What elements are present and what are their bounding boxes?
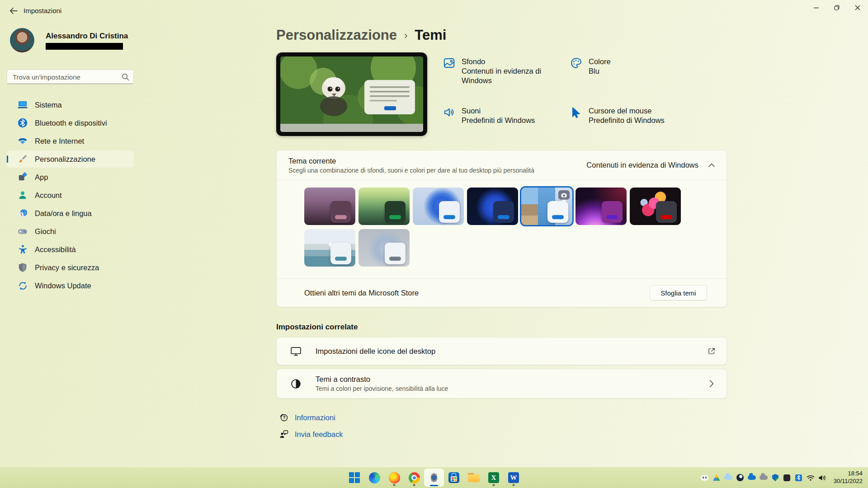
sidebar-item-privacy[interactable]: Privacy e sicurezza [7, 259, 134, 276]
sidebar-item-data-ora[interactable]: Data/ora e lingua [7, 205, 134, 222]
feedback-link[interactable]: Invia feedback [276, 430, 727, 439]
edge-icon [369, 472, 380, 483]
chevron-up-icon [708, 163, 715, 167]
current-theme-expander[interactable]: Tema corrente Scegli una combinazione di… [277, 150, 726, 180]
tray-time: 18:54 [834, 470, 863, 478]
chrome-icon [409, 472, 420, 483]
browse-themes-button[interactable]: Sfoglia temi [650, 285, 707, 300]
minimize-button[interactable] [806, 0, 826, 15]
desktop-icon [290, 345, 302, 357]
breadcrumb-parent[interactable]: Personalizzazione [276, 27, 397, 43]
sidebar-item-personalizzazione[interactable]: Personalizzazione [7, 150, 134, 168]
contrast-icon [290, 378, 302, 390]
account-icon [17, 189, 28, 201]
network-icon [17, 135, 28, 147]
theme-tiles [277, 180, 726, 279]
steam-icon[interactable] [736, 474, 744, 482]
theme-tile-sunset-lake[interactable] [304, 188, 355, 225]
close-button[interactable] [847, 0, 868, 15]
theme-tile-bloom-gray[interactable] [359, 229, 410, 267]
accessibility-icon [17, 244, 28, 255]
quick-info-cursor: Cursore del mousePredefinito di Windows [570, 106, 697, 136]
windows-logo-icon [349, 472, 360, 483]
onedrive-icon[interactable] [748, 474, 756, 482]
theme-tile-calm-lake[interactable] [304, 229, 355, 267]
wifi-icon[interactable] [807, 474, 815, 482]
taskbar-microsoft-store[interactable] [444, 469, 464, 487]
mouse-cursor-icon [570, 106, 582, 118]
current-theme-value: Contenuti in evidenza di Windows [586, 161, 698, 169]
taskbar-file-explorer[interactable] [464, 469, 484, 487]
theme-tile-purple-glow[interactable] [576, 188, 627, 225]
quick-info-color: ColoreBlu [570, 57, 697, 97]
wallpaper-preview [280, 56, 423, 132]
personalization-icon [17, 153, 28, 165]
system-icon [17, 99, 28, 111]
sidebar-nav: Sistema Bluetooth e dispositivi Rete e I… [7, 96, 134, 295]
cloud-icon[interactable] [724, 474, 732, 482]
theme-tile-spotlight-selected[interactable] [521, 188, 572, 225]
breadcrumb: Personalizzazione › Temi [276, 27, 727, 47]
gaming-icon [17, 225, 28, 237]
color-icon [570, 57, 582, 69]
taskbar-chrome[interactable] [404, 469, 424, 487]
volume-icon[interactable] [818, 474, 826, 482]
discord-icon[interactable] [701, 474, 709, 482]
theme-tile-forest[interactable] [359, 188, 410, 225]
footer-links: ? Informazioni Invia feedback [276, 413, 727, 439]
file-explorer-icon [468, 473, 480, 482]
theme-tile-bloom-light[interactable] [413, 188, 464, 225]
excel-icon: X [488, 472, 499, 483]
sidebar-item-bluetooth[interactable]: Bluetooth e dispositivi [7, 114, 134, 131]
desktop-icons-settings-row[interactable]: Impostazioni delle icone del desktop [276, 337, 727, 365]
current-theme-card: Tema corrente Scegli una combinazione di… [276, 150, 727, 307]
sync-icon[interactable] [760, 474, 768, 482]
theme-tile-bloom-dark[interactable] [467, 188, 518, 225]
sidebar-item-windows-update[interactable]: Windows Update [7, 277, 134, 294]
windows-security-icon[interactable] [771, 474, 779, 482]
quick-info-grid: SfondoContenuti in evidenza di Windows C… [443, 57, 697, 136]
titlebar: Impostazioni [0, 0, 868, 21]
sidebar-item-app[interactable]: App [7, 169, 134, 186]
taskbar-firefox[interactable] [384, 469, 404, 487]
tray-date: 30/11/2022 [834, 478, 863, 485]
contrast-themes-row[interactable]: Temi a contrasto Temi a colori per ipovi… [276, 369, 727, 399]
theme-preview-monitor [276, 52, 427, 136]
tray-bluetooth-icon[interactable] [795, 474, 803, 482]
user-profile: Alessandro Di Cristina [7, 24, 134, 60]
sidebar-item-giochi[interactable]: Giochi [7, 223, 134, 240]
apps-icon [17, 171, 28, 183]
windows-update-icon [17, 280, 28, 291]
user-name: Alessandro Di Cristina [46, 32, 128, 41]
avatar[interactable] [10, 28, 34, 52]
start-button[interactable] [344, 469, 364, 487]
taskbar-word[interactable]: W [504, 469, 524, 487]
dark-app-icon[interactable] [783, 474, 791, 482]
page-title: Temi [415, 27, 446, 43]
search-input[interactable] [7, 70, 133, 84]
settings-window: Impostazioni Alessandro Di Cristina Sist… [0, 0, 868, 488]
sidebar-item-rete[interactable]: Rete e Internet [7, 132, 134, 150]
firefox-icon [389, 472, 400, 483]
restore-icon [834, 5, 840, 10]
theme-tile-dark-floral[interactable] [630, 188, 681, 225]
taskbar-clock[interactable]: 18:54 30/11/2022 [834, 470, 865, 485]
maximize-button[interactable] [826, 0, 847, 15]
google-drive-icon[interactable] [712, 474, 721, 482]
settings-gear-icon [428, 472, 440, 483]
main-content: Personalizzazione › Temi [276, 21, 727, 467]
sidebar: Alessandro Di Cristina Sistema Bluetooth… [0, 21, 136, 467]
taskbar-settings-active[interactable] [424, 469, 444, 487]
back-button[interactable] [6, 5, 21, 17]
about-link[interactable]: ? Informazioni [276, 413, 727, 422]
quick-info-background: SfondoContenuti in evidenza di Windows [443, 57, 570, 97]
sidebar-item-accessibilita[interactable]: Accessibilità [7, 241, 134, 258]
background-icon [443, 57, 455, 69]
taskbar-excel[interactable]: X [484, 469, 504, 487]
related-settings-title: Impostazioni correlate [276, 323, 727, 332]
sounds-icon [443, 106, 455, 118]
sidebar-item-sistema[interactable]: Sistema [7, 96, 134, 113]
taskbar-edge[interactable] [364, 469, 384, 487]
privacy-icon [17, 262, 28, 273]
sidebar-item-account[interactable]: Account [7, 187, 134, 204]
